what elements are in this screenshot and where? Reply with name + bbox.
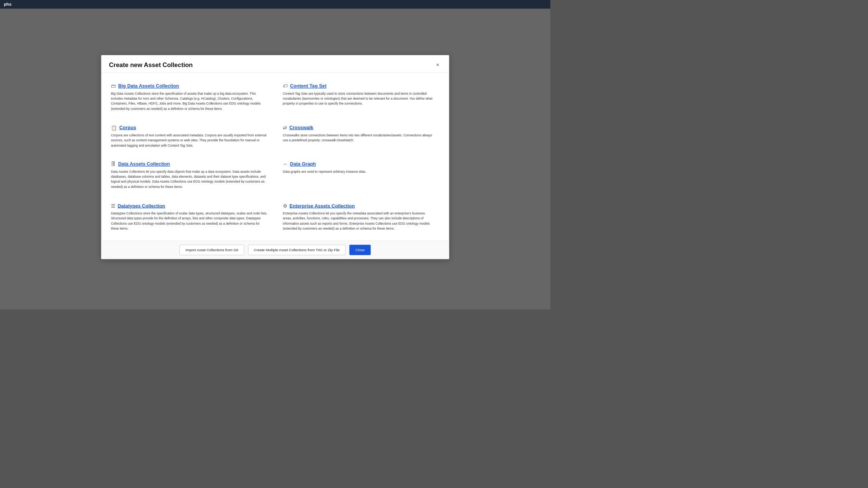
collection-item-content-tag-set: 🏷 Content Tag Set Content Tag Sets are t…	[275, 77, 442, 118]
import-git-button[interactable]: Import Asset Collections from Git	[180, 245, 244, 255]
collection-name-data-assets[interactable]: Data Assets Collection	[118, 161, 170, 167]
app-logo: phs	[4, 2, 11, 7]
modal-body: 🗃 Big Data Assets Collection Big Data As…	[101, 73, 449, 241]
collection-name-enterprise-assets[interactable]: Enterprise Assets Collection	[290, 203, 355, 209]
collection-item-enterprise-assets: ⚙ Enterprise Assets Collection Enterpris…	[275, 196, 442, 238]
create-multiple-button[interactable]: Create Multiple Asset Collections from T…	[248, 245, 346, 255]
collection-header-content-tag-set: 🏷 Content Tag Set	[283, 83, 434, 89]
collection-icon-corpus: 📋	[111, 125, 117, 130]
collection-desc-content-tag-set: Content Tag Sets are typically used to s…	[283, 91, 434, 106]
collection-desc-enterprise-assets: Enterprise Assets Collections let you sp…	[283, 211, 434, 231]
collection-desc-data-assets: Data Assets Collections let you specify …	[111, 169, 267, 189]
collection-icon-data-graph: ↔	[283, 161, 288, 167]
collection-name-content-tag-set[interactable]: Content Tag Set	[290, 83, 326, 89]
collection-desc-datatypes: Datatypes Collections store the specific…	[111, 211, 267, 231]
collection-item-big-data-assets: 🗃 Big Data Assets Collection Big Data As…	[109, 77, 275, 118]
collections-grid: 🗃 Big Data Assets Collection Big Data As…	[109, 77, 441, 238]
collection-item-data-assets: 🗄 Data Assets Collection Data Assets Col…	[109, 155, 275, 196]
collection-header-crosswalk: ⇄ Crosswalk	[283, 125, 434, 130]
modal-close-button[interactable]: ×	[434, 61, 441, 69]
collection-item-crosswalk: ⇄ Crosswalk Crosswalks store connections…	[275, 118, 442, 155]
close-button[interactable]: Close	[350, 245, 371, 255]
collection-desc-big-data-assets: Big Data Assets Collections store the sp…	[111, 91, 267, 111]
collection-icon-datatypes: ☰	[111, 203, 115, 209]
collection-icon-content-tag-set: 🏷	[283, 83, 288, 89]
collection-icon-enterprise-assets: ⚙	[283, 203, 287, 209]
collection-icon-crosswalk: ⇄	[283, 125, 287, 130]
collection-desc-crosswalk: Crosswalks store connections between ite…	[283, 133, 434, 143]
collection-icon-data-assets: 🗄	[111, 161, 116, 167]
collection-header-data-assets: 🗄 Data Assets Collection	[111, 161, 267, 167]
collection-header-datatypes: ☰ Datatypes Collection	[111, 203, 267, 209]
collection-header-corpus: 📋 Corpus	[111, 125, 267, 130]
collection-desc-corpus: Corpora are collections of text content …	[111, 133, 267, 148]
collection-name-big-data-assets[interactable]: Big Data Assets Collection	[118, 83, 179, 89]
modal-title: Create new Asset Collection	[109, 61, 193, 69]
collection-header-enterprise-assets: ⚙ Enterprise Assets Collection	[283, 203, 434, 209]
collection-name-corpus[interactable]: Corpus	[119, 125, 136, 131]
collection-desc-data-graph: Data graphs are used to represent arbitr…	[283, 169, 434, 174]
collection-name-data-graph[interactable]: Data Graph	[290, 161, 316, 167]
collection-name-datatypes[interactable]: Datatypes Collection	[118, 203, 165, 209]
modal-header: Create new Asset Collection ×	[101, 55, 449, 73]
collection-name-crosswalk[interactable]: Crosswalk	[289, 125, 313, 131]
collection-header-big-data-assets: 🗃 Big Data Assets Collection	[111, 83, 267, 89]
modal-create-asset-collection: Create new Asset Collection × 🗃 Big Data…	[101, 55, 449, 259]
modal-footer: Import Asset Collections from Git Create…	[101, 241, 449, 259]
collection-item-datatypes: ☰ Datatypes Collection Datatypes Collect…	[109, 196, 275, 238]
collection-icon-big-data-assets: 🗃	[111, 83, 116, 89]
collection-item-corpus: 📋 Corpus Corpora are collections of text…	[109, 118, 275, 155]
collection-header-data-graph: ↔ Data Graph	[283, 161, 434, 167]
collection-item-data-graph: ↔ Data Graph Data graphs are used to rep…	[275, 155, 442, 196]
